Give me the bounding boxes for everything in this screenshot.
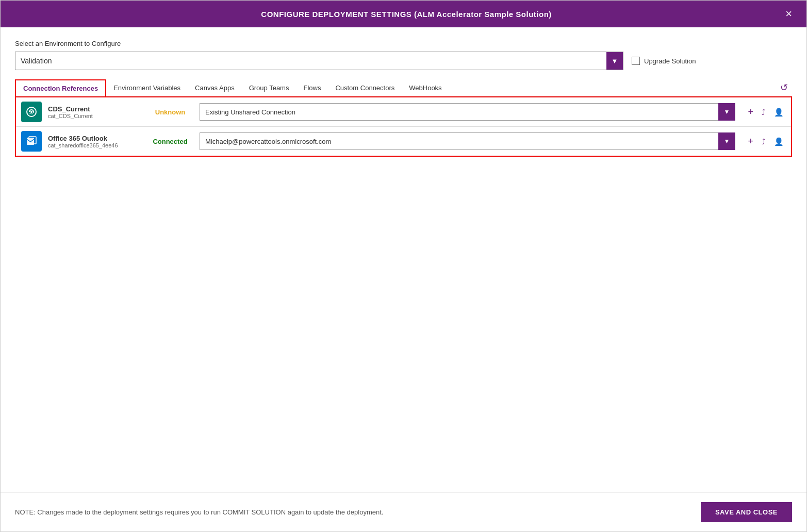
outlook-name: Office 365 Outlook: [48, 135, 141, 142]
dialog-title: CONFIGURE DEPLOYMENT SETTINGS (ALM Accel…: [29, 10, 783, 19]
footer-note: NOTE: Changes made to the deployment set…: [15, 508, 383, 516]
outlook-name-block: Office 365 Outlook cat_sharedoffice365_4…: [48, 135, 141, 148]
tab-environment-variables[interactable]: Environment Variables: [106, 80, 188, 96]
cds-icon: [21, 102, 42, 122]
tab-canvas-apps[interactable]: Canvas Apps: [188, 80, 242, 96]
cds-open-button[interactable]: ⤴: [760, 107, 768, 117]
tab-connection-references[interactable]: Connection References: [15, 79, 106, 96]
outlook-add-button[interactable]: +: [746, 136, 755, 147]
cds-dropdown-arrow: ▼: [718, 103, 735, 121]
environment-dropdown-value: Validation: [21, 57, 52, 65]
outlook-dropdown-arrow: ▼: [718, 132, 735, 150]
environment-dropdown[interactable]: Validation ▼: [15, 52, 623, 70]
env-select-label: Select an Environment to Configure: [15, 40, 792, 47]
tabs-row: Connection References Environment Variab…: [15, 79, 792, 96]
table-row: CDS_Current cat_CDS_Current Unknown Exis…: [16, 97, 791, 127]
configure-deployment-dialog: CONFIGURE DEPLOYMENT SETTINGS (ALM Accel…: [0, 0, 807, 532]
tab-flows[interactable]: Flows: [296, 80, 328, 96]
outlook-status: Connected: [147, 138, 193, 145]
cds-share-button[interactable]: 👤: [772, 107, 786, 117]
outlook-subname: cat_sharedoffice365_4ee46: [48, 142, 141, 148]
cds-connection-value: Existing Unshared Connection: [205, 108, 295, 116]
close-button[interactable]: ×: [783, 6, 794, 22]
outlook-actions: + ⤴ 👤: [746, 136, 786, 147]
cds-add-button[interactable]: +: [746, 106, 755, 118]
outlook-icon: [21, 131, 42, 152]
refresh-icon[interactable]: ↺: [776, 80, 792, 95]
cds-subname: cat_CDS_Current: [48, 113, 141, 119]
save-and-close-button[interactable]: SAVE AND CLOSE: [701, 502, 792, 522]
svg-point-1: [30, 111, 32, 113]
environment-dropdown-arrow: ▼: [606, 52, 623, 70]
env-select-row: Validation ▼ Upgrade Solution: [15, 52, 792, 70]
cds-actions: + ⤴ 👤: [746, 106, 786, 118]
tab-webhooks[interactable]: WebHooks: [402, 80, 449, 96]
cds-status: Unknown: [147, 108, 193, 116]
dialog-body: Select an Environment to Configure Valid…: [1, 27, 806, 492]
cds-name: CDS_Current: [48, 105, 141, 113]
cds-name-block: CDS_Current cat_CDS_Current: [48, 105, 141, 119]
outlook-open-button[interactable]: ⤴: [760, 137, 768, 146]
table-row: Office 365 Outlook cat_sharedoffice365_4…: [16, 127, 791, 156]
dialog-footer: NOTE: Changes made to the deployment set…: [1, 492, 806, 531]
dialog-header: CONFIGURE DEPLOYMENT SETTINGS (ALM Accel…: [1, 1, 806, 27]
tab-group-teams[interactable]: Group Teams: [242, 80, 297, 96]
upgrade-solution-label: Upgrade Solution: [644, 57, 696, 65]
tab-custom-connectors[interactable]: Custom Connectors: [328, 80, 402, 96]
upgrade-solution-option[interactable]: Upgrade Solution: [632, 57, 696, 65]
upgrade-solution-checkbox[interactable]: [632, 57, 640, 65]
outlook-connection-value: Michaelp@powercattools.onmicrosoft.com: [205, 138, 331, 145]
cds-connection-dropdown[interactable]: Existing Unshared Connection ▼: [200, 103, 735, 121]
connections-table: CDS_Current cat_CDS_Current Unknown Exis…: [15, 96, 792, 157]
outlook-connection-dropdown[interactable]: Michaelp@powercattools.onmicrosoft.com ▼: [200, 132, 735, 150]
outlook-share-button[interactable]: 👤: [772, 137, 786, 146]
